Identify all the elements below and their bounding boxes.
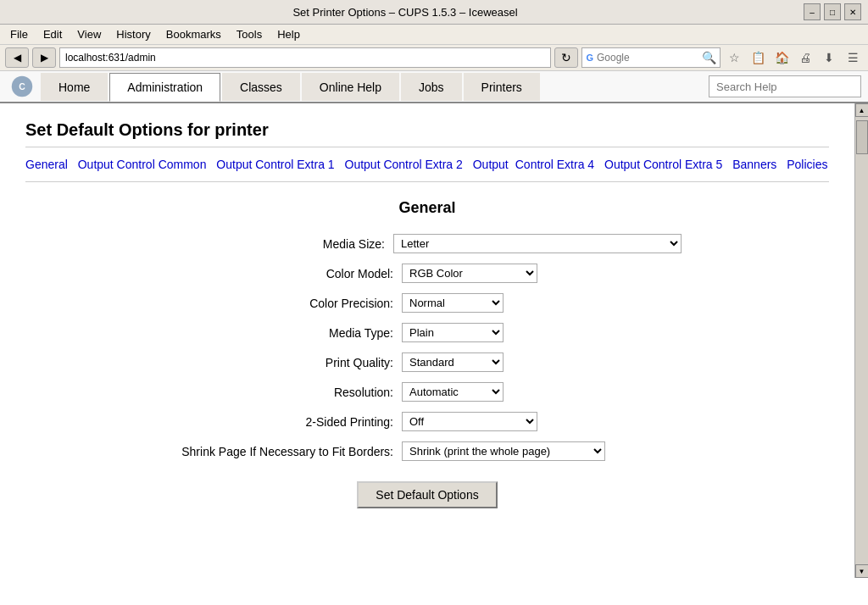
bookmark-star-button[interactable]: ☆ xyxy=(724,47,744,68)
cups-header: C Home Administration Classes Online Hel… xyxy=(0,71,868,103)
label-color-model: Color Model: xyxy=(173,267,402,280)
field-media-type: Media Type: Plain Glossy Transparency xyxy=(173,323,682,342)
titlebar-buttons: – □ ✕ xyxy=(804,3,861,20)
browser-search-input[interactable] xyxy=(597,52,698,64)
field-color-model: Color Model: RGB Color Grayscale CMYK xyxy=(173,264,682,283)
minimize-button[interactable]: – xyxy=(804,3,821,20)
browser-search: G 🔍 xyxy=(581,47,721,68)
svg-text:C: C xyxy=(19,81,25,92)
titlebar: Set Printer Options – CUPS 1.5.3 – Icewe… xyxy=(0,0,868,25)
form-table: Media Size: Letter A4 Legal Color Model: xyxy=(173,234,682,461)
scroll-down-button[interactable]: ▼ xyxy=(855,564,869,578)
main-scroll-area: Set Default Options for printer General … xyxy=(0,103,854,578)
content-area: Set Default Options for printer General … xyxy=(0,103,868,578)
download-button[interactable]: ⬇ xyxy=(819,47,839,68)
select-color-precision[interactable]: Normal Best Draft xyxy=(402,293,504,313)
select-media-type[interactable]: Plain Glossy Transparency xyxy=(402,323,504,342)
form-section-title: General xyxy=(25,199,829,217)
menu-file[interactable]: File xyxy=(3,26,35,42)
menu-edit[interactable]: Edit xyxy=(36,26,69,42)
window-title: Set Printer Options – CUPS 1.5.3 – Icewe… xyxy=(7,6,804,19)
control-media-size: Letter A4 Legal xyxy=(393,234,682,253)
label-color-precision: Color Precision: xyxy=(173,297,402,310)
close-button[interactable]: ✕ xyxy=(844,3,861,20)
main-content: Set Default Options for printer General … xyxy=(0,103,854,578)
nav-output-control-common[interactable]: Output Control Common xyxy=(78,158,207,171)
field-resolution: Resolution: Automatic 300dpi 600dpi 1200… xyxy=(173,382,682,402)
navbar: ◀ ▶ ↻ G 🔍 ☆ 📋 🏠 🖨 ⬇ ☰ xyxy=(0,45,868,71)
nav-output-control-extra5[interactable]: Output Control Extra 5 xyxy=(604,158,722,171)
menu-bookmarks[interactable]: Bookmarks xyxy=(159,26,228,42)
tab-jobs[interactable]: Jobs xyxy=(401,73,462,101)
nav-output-control-extra4[interactable]: Output xyxy=(473,158,509,171)
nav-policies[interactable]: Policies xyxy=(787,158,827,171)
nav-banners[interactable]: Banners xyxy=(732,158,776,171)
nav-output-control-extra4b[interactable]: Control Extra 4 xyxy=(515,158,594,171)
control-media-type: Plain Glossy Transparency xyxy=(402,323,682,342)
select-media-size[interactable]: Letter A4 Legal xyxy=(393,234,682,253)
menu-button[interactable]: ☰ xyxy=(843,47,863,68)
page-title: Set Default Options for printer xyxy=(25,120,829,147)
address-bar[interactable] xyxy=(59,47,551,68)
label-media-type: Media Type: xyxy=(173,326,402,340)
field-print-quality: Print Quality: Standard High Draft xyxy=(173,352,682,372)
submit-area: Set Default Options xyxy=(25,481,829,508)
nav-output-control-extra2[interactable]: Output Control Extra 2 xyxy=(345,158,463,171)
select-resolution[interactable]: Automatic 300dpi 600dpi 1200dpi xyxy=(402,382,504,402)
control-shrink-page: Shrink (print the whole page) Crop Expan… xyxy=(402,441,682,461)
control-color-model: RGB Color Grayscale CMYK xyxy=(402,264,682,283)
section-nav: General Output Control Common Output Con… xyxy=(25,158,829,182)
forward-button[interactable]: ▶ xyxy=(32,47,56,68)
control-resolution: Automatic 300dpi 600dpi 1200dpi xyxy=(402,382,682,402)
tab-online-help[interactable]: Online Help xyxy=(302,73,399,101)
scroll-thumb[interactable] xyxy=(856,120,868,154)
nav-general[interactable]: General xyxy=(25,158,68,171)
field-color-precision: Color Precision: Normal Best Draft xyxy=(173,293,682,313)
tab-classes[interactable]: Classes xyxy=(222,73,300,101)
tab-administration[interactable]: Administration xyxy=(109,73,220,102)
reload-button[interactable]: ↻ xyxy=(554,47,578,68)
menu-view[interactable]: View xyxy=(70,26,108,42)
scroll-up-button[interactable]: ▲ xyxy=(855,103,869,117)
select-2-sided-printing[interactable]: Off Long Edge Short Edge xyxy=(402,412,537,431)
bookmark-list-button[interactable]: 📋 xyxy=(748,47,768,68)
cups-logo: C xyxy=(7,71,37,102)
field-media-size: Media Size: Letter A4 Legal xyxy=(173,234,682,253)
field-shrink-page: Shrink Page If Necessary to Fit Borders:… xyxy=(173,441,682,461)
browser-window: Set Printer Options – CUPS 1.5.3 – Icewe… xyxy=(0,0,868,605)
set-default-options-button[interactable]: Set Default Options xyxy=(357,481,497,508)
label-media-size: Media Size: xyxy=(173,237,393,251)
label-resolution: Resolution: xyxy=(173,386,402,399)
search-icon: 🔍 xyxy=(702,51,716,64)
label-print-quality: Print Quality: xyxy=(173,356,402,369)
tab-printers[interactable]: Printers xyxy=(464,73,540,101)
scrollbar: ▲ ▼ xyxy=(854,103,868,578)
tab-home[interactable]: Home xyxy=(41,73,108,101)
nav-output-control-extra1[interactable]: Output Control Extra 1 xyxy=(216,158,334,171)
print-button[interactable]: 🖨 xyxy=(795,47,815,68)
select-color-model[interactable]: RGB Color Grayscale CMYK xyxy=(402,264,537,283)
field-2-sided-printing: 2-Sided Printing: Off Long Edge Short Ed… xyxy=(173,412,682,431)
menu-history[interactable]: History xyxy=(109,26,157,42)
back-button[interactable]: ◀ xyxy=(5,47,29,68)
select-print-quality[interactable]: Standard High Draft xyxy=(402,352,504,372)
home-button[interactable]: 🏠 xyxy=(771,47,792,68)
control-print-quality: Standard High Draft xyxy=(402,352,682,372)
menubar: File Edit View History Bookmarks Tools H… xyxy=(0,25,868,45)
label-2-sided-printing: 2-Sided Printing: xyxy=(173,415,402,429)
control-2-sided-printing: Off Long Edge Short Edge xyxy=(402,412,682,431)
control-color-precision: Normal Best Draft xyxy=(402,293,682,313)
google-icon: G xyxy=(586,53,593,63)
maximize-button[interactable]: □ xyxy=(824,3,841,20)
menu-tools[interactable]: Tools xyxy=(230,26,269,42)
label-shrink-page: Shrink Page If Necessary to Fit Borders: xyxy=(173,445,402,458)
select-shrink-page[interactable]: Shrink (print the whole page) Crop Expan… xyxy=(402,441,605,461)
search-help-input[interactable] xyxy=(709,75,861,97)
menu-help[interactable]: Help xyxy=(270,26,307,42)
